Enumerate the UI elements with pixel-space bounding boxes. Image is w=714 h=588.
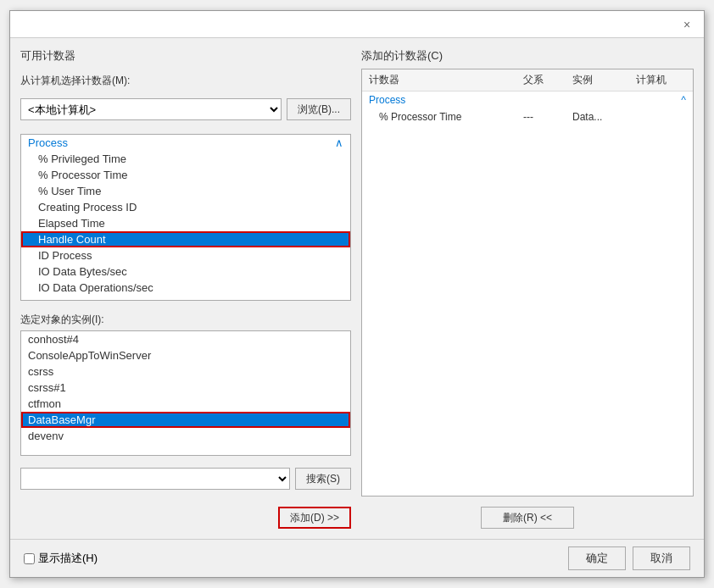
counter-item-io-data-bytes[interactable]: IO Data Bytes/sec xyxy=(21,263,350,280)
counter-item-processor-time[interactable]: % Processor Time xyxy=(21,167,350,183)
ok-button[interactable]: 确定 xyxy=(568,546,626,570)
table-cell-0: % Processor Time xyxy=(362,108,516,125)
group-cell-2 xyxy=(566,92,629,109)
counter-item-elapsed-time[interactable]: Elapsed Time xyxy=(21,215,350,231)
counter-item-handle-count[interactable]: Handle Count xyxy=(21,231,350,247)
counter-group-group-process[interactable]: Process∧ xyxy=(21,135,350,151)
instance-item-consoleapp[interactable]: ConsoleAppToWinServer xyxy=(21,347,350,363)
counter-item-io-data-ops[interactable]: IO Data Operations/sec xyxy=(21,280,350,296)
footer-right: 确定 取消 xyxy=(568,546,690,570)
table-cell-1: --- xyxy=(516,108,566,125)
main-dialog: × 可用计数器 从计算机选择计数器(M): <本地计算机> 浏览(B)... P… xyxy=(9,10,705,578)
instance-item-ctfmon[interactable]: ctfmon xyxy=(21,396,350,412)
show-desc-text: 显示描述(H) xyxy=(38,551,98,566)
counter-list-container: Process∧% Privileged Time% Processor Tim… xyxy=(20,134,351,301)
instance-item-csrss[interactable]: csrss xyxy=(21,363,350,380)
col-header-1: 父系 xyxy=(516,69,566,92)
added-counters-label: 添加的计数器(C) xyxy=(361,48,694,64)
group-label: Process xyxy=(28,136,68,149)
machine-select-label: 从计算机选择计数器(M): xyxy=(20,74,351,88)
remove-button[interactable]: 删除(R) << xyxy=(481,507,574,529)
search-button[interactable]: 搜索(S) xyxy=(295,468,351,490)
search-row: 搜索(S) xyxy=(20,468,351,490)
col-header-0: 计数器 xyxy=(362,69,516,92)
instance-item-databasemgr[interactable]: DataBaseMgr xyxy=(21,412,350,428)
instance-item-devenv[interactable]: devenv xyxy=(21,428,350,444)
dialog-footer: 显示描述(H) 确定 取消 xyxy=(10,539,704,577)
show-desc-label[interactable]: 显示描述(H) xyxy=(24,551,98,566)
col-header-3: 计算机 xyxy=(629,69,693,92)
counter-item-privileged-time[interactable]: % Privileged Time xyxy=(21,151,350,167)
counter-item-id-process[interactable]: ID Process xyxy=(21,247,350,263)
table-cell-2: Data... xyxy=(566,108,629,125)
search-input[interactable] xyxy=(20,468,290,490)
add-button[interactable]: 添加(D) >> xyxy=(278,507,351,529)
table-row[interactable]: % Processor Time---Data... xyxy=(362,108,693,125)
title-bar: × xyxy=(10,11,704,38)
machine-select[interactable]: <本地计算机> xyxy=(20,98,282,120)
instance-label: 选定对象的实例(I): xyxy=(20,313,351,327)
instance-list-box[interactable]: conhost#4ConsoleAppToWinServercsrsscsrss… xyxy=(20,330,351,456)
expand-icon: ∧ xyxy=(335,136,343,149)
show-desc-checkbox[interactable] xyxy=(24,553,35,564)
group-cell-1 xyxy=(516,92,566,109)
group-cell-0: Process xyxy=(362,92,516,109)
left-panel: 可用计数器 从计算机选择计数器(M): <本地计算机> 浏览(B)... Pro… xyxy=(20,48,351,529)
right-panel: 添加的计数器(C) 计数器父系实例计算机 Process^% Processor… xyxy=(361,48,694,529)
table-group-row[interactable]: Process^ xyxy=(362,92,693,109)
instance-item-csrss1[interactable]: csrss#1 xyxy=(21,380,350,396)
dialog-body: 可用计数器 从计算机选择计数器(M): <本地计算机> 浏览(B)... Pro… xyxy=(10,38,704,539)
cancel-button[interactable]: 取消 xyxy=(633,546,690,570)
add-row: 添加(D) >> xyxy=(20,507,351,529)
footer-left: 显示描述(H) xyxy=(24,551,98,566)
counter-item-user-time[interactable]: % User Time xyxy=(21,183,350,199)
instance-item-conhost4[interactable]: conhost#4 xyxy=(21,331,350,347)
group-cell-3: ^ xyxy=(629,92,693,109)
instance-section: 选定对象的实例(I): conhost#4ConsoleAppToWinServ… xyxy=(20,313,351,456)
right-table: 计数器父系实例计算机 Process^% Processor Time---Da… xyxy=(361,69,694,496)
col-header-2: 实例 xyxy=(566,69,629,92)
available-counters-label: 可用计数器 xyxy=(20,48,351,64)
table-cell-3 xyxy=(629,108,693,125)
counter-item-creating-process-id[interactable]: Creating Process ID xyxy=(21,199,350,215)
browse-button[interactable]: 浏览(B)... xyxy=(287,98,351,120)
counter-list-box[interactable]: Process∧% Privileged Time% Processor Tim… xyxy=(20,134,351,301)
machine-row: <本地计算机> 浏览(B)... xyxy=(20,98,351,120)
close-button[interactable]: × xyxy=(677,14,697,35)
